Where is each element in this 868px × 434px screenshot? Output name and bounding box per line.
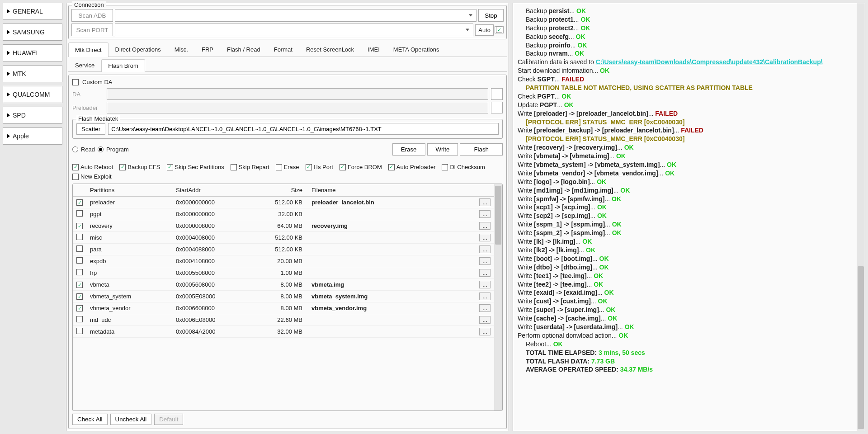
scatter-path-input[interactable]	[108, 123, 499, 135]
table-row[interactable]: misc0x0004008000512.00 KB...	[73, 232, 494, 244]
table-row[interactable]: md_udc0x0006E0800022.60 MB...	[73, 314, 494, 326]
row-checkbox[interactable]	[76, 269, 83, 275]
option-checkbox[interactable]	[72, 174, 79, 180]
sidebar-item-samsung[interactable]: SAMSUNG	[3, 24, 62, 41]
table-scrollbar[interactable]	[494, 184, 502, 410]
tab-format[interactable]: Format	[267, 42, 299, 57]
table-row[interactable]: pgpt0x000000000032.00 KB...	[73, 208, 494, 220]
tab-direct-operations[interactable]: Direct Operations	[108, 42, 168, 57]
read-radio[interactable]	[72, 146, 78, 152]
option-checkbox[interactable]	[306, 164, 312, 170]
option-checkbox[interactable]	[231, 164, 237, 170]
option-checkbox[interactable]	[167, 164, 173, 170]
sidebar-item-apple[interactable]: Apple	[3, 127, 62, 145]
sidebar-item-huawei[interactable]: HUAWEI	[3, 44, 62, 61]
row-checkbox[interactable]	[76, 282, 83, 288]
table-row[interactable]: preloader0x0000000000512.00 KBpreloader_…	[73, 197, 494, 208]
row-filename	[308, 208, 476, 220]
default-button[interactable]: Default	[154, 414, 183, 425]
row-browse-button[interactable]: ...	[479, 281, 491, 288]
row-browse-button[interactable]: ...	[479, 257, 491, 265]
preloader-input[interactable]	[107, 102, 488, 113]
table-row[interactable]: para0x0004088000512.00 KB...	[73, 244, 494, 255]
row-name: pgpt	[86, 208, 172, 220]
scan-port-button[interactable]: Scan PORT	[71, 24, 113, 36]
tab-frp[interactable]: FRP	[195, 42, 220, 57]
row-browse-button[interactable]: ...	[479, 328, 491, 335]
scan-adb-button[interactable]: Scan ADB	[71, 9, 113, 22]
row-browse-button[interactable]: ...	[479, 222, 491, 230]
row-browse-button[interactable]: ...	[479, 292, 491, 300]
tab-misc-[interactable]: Misc.	[168, 42, 195, 57]
custom-da-checkbox[interactable]	[72, 79, 79, 85]
row-checkbox[interactable]	[76, 293, 83, 300]
table-row[interactable]: vbmeta0x00056080008.00 MBvbmeta.img...	[73, 279, 494, 291]
table-row[interactable]: vbmeta_vendor0x00066080008.00 MBvbmeta_v…	[73, 302, 494, 314]
option-checkbox[interactable]	[340, 164, 346, 170]
row-checkbox[interactable]	[76, 328, 83, 334]
table-row[interactable]: recovery0x000000800064.00 MBrecovery.img…	[73, 220, 494, 232]
write-button[interactable]: Write	[427, 143, 458, 156]
check-all-button[interactable]: Check All	[72, 414, 108, 425]
row-checkbox[interactable]	[76, 234, 83, 240]
log-scrollbar[interactable]	[857, 3, 865, 431]
subtab-service[interactable]: Service	[68, 59, 101, 71]
row-size: 512.00 KB	[249, 244, 308, 255]
sidebar-item-spd[interactable]: SPD	[3, 107, 62, 124]
auto-label: Auto	[475, 24, 494, 36]
erase-button[interactable]: Erase	[392, 143, 425, 156]
row-checkbox[interactable]	[76, 305, 83, 311]
custom-da-label: Custom DA	[82, 79, 112, 85]
port-combo[interactable]	[115, 24, 473, 36]
tab-mtk-direct[interactable]: Mtk Direct	[68, 42, 108, 57]
tab-flash-read[interactable]: Flash / Read	[220, 42, 267, 57]
row-browse-button[interactable]: ...	[479, 304, 491, 312]
tab-reset-screenlock[interactable]: Reset ScreenLock	[299, 42, 361, 57]
sidebar-item-qualcomm[interactable]: QUALCOMM	[3, 86, 62, 103]
option-skip-sec-partitions: Skip Sec Partitions	[167, 164, 224, 170]
tab-meta-operations[interactable]: META Operations	[387, 42, 446, 57]
da-input[interactable]	[107, 88, 488, 100]
row-browse-button[interactable]: ...	[479, 198, 491, 206]
row-checkbox[interactable]	[76, 199, 83, 206]
da-browse-button[interactable]	[491, 88, 503, 100]
stop-button[interactable]: Stop	[478, 9, 504, 22]
sidebar-item-general[interactable]: GENERAL	[3, 3, 62, 20]
row-browse-button[interactable]: ...	[479, 269, 491, 277]
option-auto-reboot: Auto Reboot	[72, 164, 113, 170]
row-addr: 0x0000008000	[172, 220, 249, 232]
tab-imei[interactable]: IMEI	[361, 42, 387, 57]
option-checkbox[interactable]	[388, 164, 395, 170]
subtab-flash-brom[interactable]: Flash Brom	[101, 59, 145, 72]
table-row[interactable]: vbmeta_system0x0005E080008.00 MBvbmeta_s…	[73, 291, 494, 302]
row-checkbox[interactable]	[76, 223, 83, 229]
row-filename: vbmeta_system.img	[308, 291, 476, 302]
adb-device-combo[interactable]	[115, 9, 476, 22]
table-row[interactable]: frp0x00055080001.00 MB...	[73, 267, 494, 279]
auto-checkbox[interactable]	[495, 26, 504, 33]
table-row[interactable]: metadata0x00084A200032.00 MB...	[73, 326, 494, 338]
option-checkbox[interactable]	[119, 164, 126, 170]
option-checkbox[interactable]	[276, 164, 282, 170]
row-browse-button[interactable]: ...	[479, 316, 491, 324]
table-row[interactable]: expdb0x000410800020.00 MB...	[73, 255, 494, 267]
options-row: Auto RebootBackup EFSSkip Sec Partitions…	[72, 164, 503, 180]
preloader-browse-button[interactable]	[491, 102, 503, 113]
row-browse-button[interactable]: ...	[479, 234, 491, 241]
option-checkbox[interactable]	[442, 164, 448, 170]
row-size: 20.00 MB	[249, 255, 308, 267]
row-filename: vbmeta.img	[308, 279, 476, 291]
option-checkbox[interactable]	[72, 164, 79, 170]
flash-button[interactable]: Flash	[460, 143, 503, 156]
row-browse-button[interactable]: ...	[479, 245, 491, 253]
row-browse-button[interactable]: ...	[479, 210, 491, 218]
sidebar: GENERALSAMSUNGHUAWEIMTKQUALCOMMSPDApple	[3, 3, 62, 431]
row-checkbox[interactable]	[76, 210, 83, 217]
row-checkbox[interactable]	[76, 257, 83, 264]
row-checkbox[interactable]	[76, 245, 83, 252]
sidebar-item-mtk[interactable]: MTK	[3, 65, 62, 82]
uncheck-all-button[interactable]: Uncheck All	[110, 414, 152, 425]
program-radio[interactable]	[98, 146, 104, 152]
row-checkbox[interactable]	[76, 316, 83, 322]
scatter-button[interactable]: Scatter	[76, 123, 105, 135]
